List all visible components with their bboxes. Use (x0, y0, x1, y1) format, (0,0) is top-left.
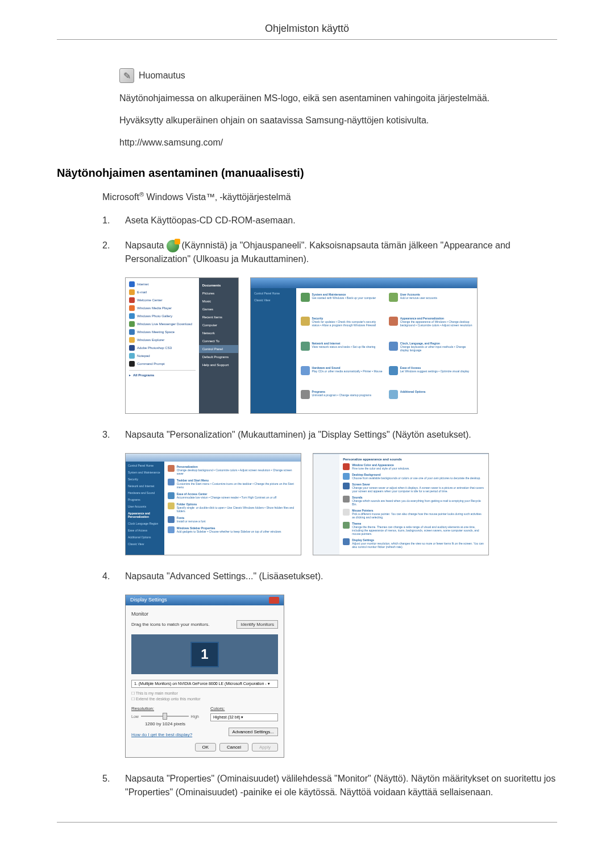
dialog-title: Display Settings (130, 597, 167, 604)
monitor-dropdown[interactable]: 1. (Multiple Monitors) on NVIDIA GeForce… (131, 680, 278, 688)
step-text-b: (Käynnistä) ja "Ohjauspaneeli". Kaksoisn… (125, 240, 511, 264)
screenshot-control-panel: Control Panel Home Classic View System a… (250, 277, 478, 414)
subtitle: Microsoft® Windows Vista™‚ -käyttöjärjes… (102, 191, 557, 202)
apply-button[interactable]: Apply (252, 743, 278, 751)
step-1: 1. Aseta Käyttöopas-CD CD-ROM-asemaan. (102, 214, 557, 227)
step-list-cont2: 4. Napsauta "Advanced Settings..." (Lisä… (102, 570, 557, 583)
screenshot-display-settings: Display Settings Monitor Drag the icons … (125, 595, 284, 758)
step-list-cont: 3. Napsauta "Personalization" (Mukauttam… (102, 428, 557, 442)
extend-desktop-checkbox[interactable]: ☐ Extend the desktop onto this monitor (131, 697, 278, 701)
footer-divider (57, 822, 557, 823)
close-icon[interactable] (269, 597, 279, 604)
note-text-1: Näytönohjaimessa on alkuperäinen MS-logo… (119, 92, 557, 105)
step-num: 5. (102, 772, 119, 799)
screenshot-start-menu: Internet E-mail Welcome Center Windows M… (125, 277, 239, 414)
resolution-label: Resolution: (131, 706, 199, 711)
main-monitor-checkbox[interactable]: ☐ This is my main monitor (131, 691, 278, 696)
monitor-tab[interactable]: Monitor (131, 611, 278, 617)
note-label: Huomautus (139, 70, 185, 81)
note-block: ✎ Huomautus Näytönohjaimessa on alkuperä… (119, 68, 557, 149)
resolution-value: 1280 by 1024 pixels (131, 721, 199, 726)
step-3: 3. Napsauta "Personalization" (Mukauttam… (102, 428, 557, 442)
screenshot-appearance: Control Panel Home System and Maintenanc… (125, 453, 301, 555)
colors-dropdown[interactable]: Highest (32 bit) ▾ (210, 713, 278, 721)
section-title: Näytönohjaimen asentaminen (manuaalisest… (57, 167, 557, 180)
step-text: Napsauta "Advanced Settings..." (Lisäase… (125, 570, 557, 583)
step-4: 4. Napsauta "Advanced Settings..." (Lisä… (102, 570, 557, 583)
step-list: 1. Aseta Käyttöopas-CD CD-ROM-asemaan. 2… (102, 214, 557, 266)
monitor-1-icon[interactable]: 1 (190, 642, 219, 667)
subtitle-suffix: Windows Vista™‚ -käyttöjärjestelmä (144, 192, 291, 202)
step-text-a: Napsauta (125, 240, 167, 250)
monitor-preview: 1 (131, 634, 278, 674)
screenshot-row-1: Internet E-mail Welcome Center Windows M… (125, 277, 557, 414)
step-text: Aseta Käyttöopas-CD CD-ROM-asemaan. (125, 214, 557, 227)
step-5: 5. Napsauta "Properties" (Ominaisuudet) … (102, 772, 557, 799)
resolution-slider[interactable]: Low High (131, 712, 199, 720)
page-header: Ohjelmiston käyttö (57, 23, 557, 40)
note-icon: ✎ (119, 68, 134, 83)
ok-button[interactable]: OK (195, 743, 217, 751)
step-num: 3. (102, 428, 119, 442)
subtitle-prefix: Microsoft (102, 192, 139, 202)
start-orb-icon (167, 240, 179, 252)
step-2: 2. Napsauta (Käynnistä) ja "Ohjauspaneel… (102, 239, 557, 266)
step-list-cont3: 5. Napsauta "Properties" (Ominaisuudet) … (102, 772, 557, 799)
screenshot-row-2: Control Panel Home System and Maintenanc… (125, 453, 557, 555)
step-num: 1. (102, 214, 119, 227)
step-text: Napsauta "Properties" (Ominaisuudet) väl… (125, 772, 557, 799)
identify-monitors-button[interactable]: Identify Monitors (237, 620, 278, 629)
advanced-settings-button[interactable]: Advanced Settings... (229, 728, 278, 736)
colors-label: Colors: (210, 706, 278, 711)
step-text: Napsauta "Personalization" (Mukauttamine… (125, 428, 557, 442)
note-text-2: Hyväksytty alkuperäinen ohjain on saatav… (119, 114, 557, 127)
step-num: 2. (102, 239, 119, 266)
step-text: Napsauta (Käynnistä) ja "Ohjauspaneeli".… (125, 239, 557, 266)
cancel-button[interactable]: Cancel (219, 743, 248, 751)
step-num: 4. (102, 570, 119, 583)
screenshot-personalization: Personalize appearance and sounds Window… (313, 453, 489, 555)
note-url: http://www.samsung.com/ (119, 136, 557, 149)
help-link[interactable]: How do I get the best display? (131, 732, 192, 737)
drag-text: Drag the icons to match your monitors. (131, 622, 209, 627)
